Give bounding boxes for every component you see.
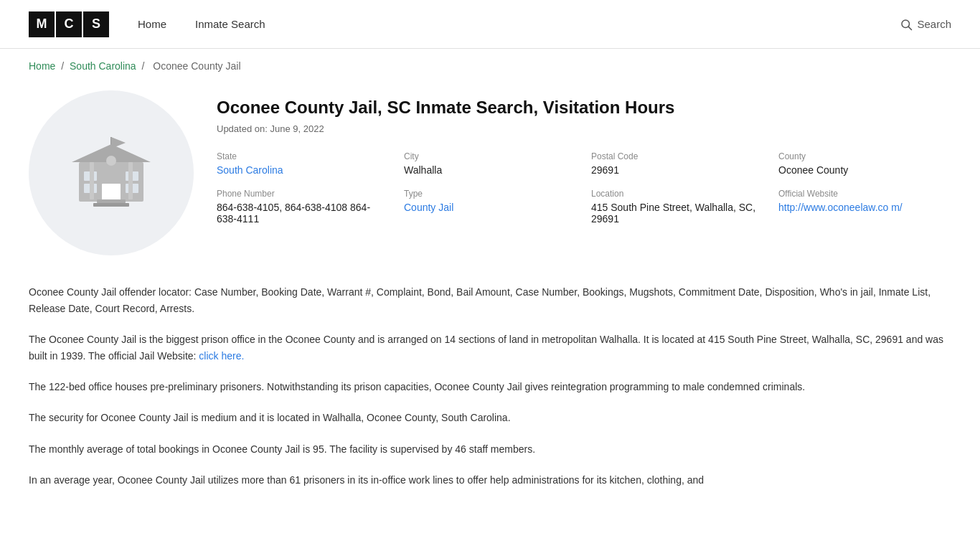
search-label: Search — [917, 18, 951, 30]
phone-value: 864-638-4105, 864-638-4108 864-638-4111 — [217, 202, 390, 225]
info-location: Location 415 South Pine Street, Walhalla… — [591, 189, 764, 225]
desc-para4: The security for Oconee County Jail is m… — [29, 410, 951, 426]
building-icon — [61, 130, 161, 216]
info-state: State South Carolina — [217, 151, 390, 176]
main-content: Oconee County Jail, SC Inmate Search, Vi… — [0, 83, 980, 532]
svg-line-1 — [909, 27, 912, 29]
description: Oconee County Jail offender locator: Cas… — [29, 284, 951, 489]
postal-value: 29691 — [591, 164, 764, 176]
search-button[interactable]: Search — [900, 18, 951, 31]
desc-para2: The Oconee County Jail is the biggest pr… — [29, 331, 951, 364]
logo-s: S — [83, 11, 109, 37]
facility-image — [29, 90, 194, 255]
website-link[interactable]: http://www.oconeelaw.co m/ — [778, 202, 903, 213]
svg-rect-12 — [93, 203, 129, 207]
location-label: Location — [591, 189, 764, 199]
info-type: Type County Jail — [404, 189, 577, 225]
phone-label: Phone Number — [217, 189, 390, 199]
nav-home[interactable]: Home — [138, 18, 166, 30]
city-label: City — [404, 151, 577, 161]
type-value[interactable]: County Jail — [404, 202, 577, 213]
postal-label: Postal Code — [591, 151, 764, 161]
website-value: http://www.oconeelaw.co m/ — [778, 202, 951, 213]
header: M C S Home Inmate Search Search — [0, 0, 980, 49]
type-label: Type — [404, 189, 577, 199]
facility-card: Oconee County Jail, SC Inmate Search, Vi… — [29, 90, 951, 255]
info-grid: State South Carolina City Walhalla Posta… — [217, 151, 951, 225]
facility-info: Oconee County Jail, SC Inmate Search, Vi… — [217, 90, 951, 255]
main-nav: Home Inmate Search — [138, 18, 900, 30]
svg-point-15 — [106, 156, 116, 166]
breadcrumb-state[interactable]: South Carolina — [70, 60, 136, 72]
search-icon — [900, 18, 913, 31]
breadcrumb: Home / South Carolina / Oconee County Ja… — [0, 49, 980, 83]
breadcrumb-current: Oconee County Jail — [153, 60, 240, 72]
svg-rect-6 — [102, 184, 121, 202]
facility-title: Oconee County Jail, SC Inmate Search, Vi… — [217, 98, 951, 118]
city-value: Walhalla — [404, 164, 577, 176]
info-phone: Phone Number 864-638-4105, 864-638-4108 … — [217, 189, 390, 225]
svg-rect-14 — [128, 162, 133, 199]
info-website: Official Website http://www.oconeelaw.co… — [778, 189, 951, 225]
desc-para5: The monthly average of total bookings in… — [29, 441, 951, 458]
logo-m: M — [29, 11, 55, 37]
desc-para1: Oconee County Jail offender locator: Cas… — [29, 284, 951, 317]
svg-rect-13 — [90, 162, 94, 199]
breadcrumb-sep2: / — [142, 60, 148, 72]
info-postal: Postal Code 29691 — [591, 151, 764, 176]
location-value: 415 South Pine Street, Walhalla, SC, 296… — [591, 202, 764, 225]
county-label: County — [778, 151, 951, 161]
info-city: City Walhalla — [404, 151, 577, 176]
state-label: State — [217, 151, 390, 161]
nav-inmate-search[interactable]: Inmate Search — [195, 18, 265, 30]
county-value: Oconee County — [778, 164, 951, 176]
state-value[interactable]: South Carolina — [217, 164, 390, 176]
facility-updated: Updated on: June 9, 2022 — [217, 123, 951, 134]
logo: M C S — [29, 11, 109, 37]
click-here-link[interactable]: click here. — [199, 350, 244, 362]
desc-para6: In an average year, Oconee County Jail u… — [29, 472, 951, 489]
info-county: County Oconee County — [778, 151, 951, 176]
desc-para3: The 122-bed office houses pre-preliminar… — [29, 379, 951, 395]
logo-c: C — [56, 11, 82, 37]
website-label: Official Website — [778, 189, 951, 199]
desc-para2-text: The Oconee County Jail is the biggest pr… — [29, 334, 943, 362]
breadcrumb-sep1: / — [61, 60, 67, 72]
breadcrumb-home[interactable]: Home — [29, 60, 55, 72]
svg-rect-11 — [97, 199, 126, 203]
